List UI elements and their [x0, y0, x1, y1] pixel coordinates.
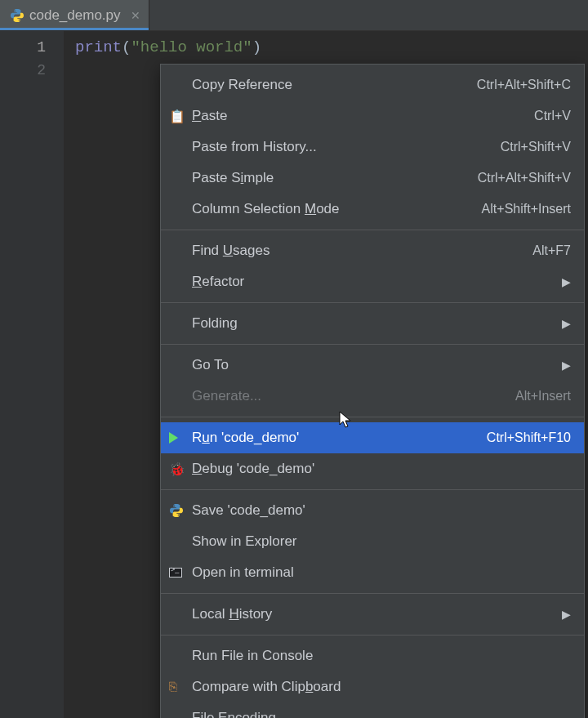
menu-save[interactable]: Save 'code_demo' [161, 495, 584, 526]
menu-label: Go To [192, 357, 562, 373]
menu-label: Paste [192, 108, 534, 124]
code-token-paren: ) [252, 38, 261, 56]
menu-label: Generate... [192, 388, 515, 404]
menu-compare-clipboard[interactable]: ⎘ Compare with Clipboard [161, 671, 584, 702]
menu-label: Local History [192, 606, 562, 622]
menu-column-selection[interactable]: Column Selection Mode Alt+Shift+Insert [161, 194, 584, 225]
code-token-string: "hello world" [131, 38, 252, 56]
menu-shortcut: Alt+F7 [532, 243, 571, 258]
menu-separator [161, 302, 584, 303]
menu-copy-reference[interactable]: Copy Reference Ctrl+Alt+Shift+C [161, 69, 584, 100]
menu-shortcut: Ctrl+Shift+V [501, 140, 571, 154]
active-tab-indicator [0, 28, 149, 30]
menu-separator [161, 344, 584, 345]
menu-label: Run File in Console [192, 648, 571, 664]
menu-shortcut: Alt+Shift+Insert [482, 202, 571, 216]
menu-open-terminal[interactable]: Open in terminal [161, 557, 584, 588]
menu-label: Run 'code_demo' [192, 430, 487, 446]
compare-icon: ⎘ [169, 680, 192, 694]
debug-icon: 🐞 [169, 462, 192, 477]
menu-label: Debug 'code_demo' [192, 461, 571, 477]
menu-debug[interactable]: 🐞 Debug 'code_demo' [161, 453, 584, 484]
menu-label: Refactor [192, 274, 562, 290]
menu-label: Save 'code_demo' [192, 502, 571, 519]
menu-go-to[interactable]: Go To ▶ [161, 350, 584, 381]
menu-label: Open in terminal [192, 564, 571, 581]
line-number: 1 [0, 36, 64, 59]
menu-paste[interactable]: 📋 Paste Ctrl+V [161, 100, 584, 132]
menu-separator [161, 417, 584, 417]
menu-label: File Encoding [192, 710, 571, 718]
run-icon [169, 432, 192, 444]
menu-label: Find Usages [192, 243, 532, 259]
submenu-arrow-icon: ▶ [562, 317, 571, 330]
paste-icon: 📋 [169, 109, 192, 124]
menu-label: Folding [192, 315, 562, 332]
menu-run[interactable]: Run 'code_demo' Ctrl+Shift+F10 [161, 422, 584, 453]
menu-refactor[interactable]: Refactor ▶ [161, 266, 584, 297]
menu-label: Copy Reference [192, 77, 477, 93]
terminal-icon [169, 568, 192, 578]
submenu-arrow-icon: ▶ [562, 275, 571, 288]
code-token-builtin: print [75, 38, 122, 56]
submenu-arrow-icon: ▶ [562, 359, 571, 372]
menu-file-encoding[interactable]: File Encoding [161, 702, 584, 718]
menu-run-file-console[interactable]: Run File in Console [161, 640, 584, 671]
menu-paste-simple[interactable]: Paste Simple Ctrl+Alt+Shift+V [161, 163, 584, 194]
menu-separator [161, 593, 584, 594]
close-icon[interactable]: ✕ [131, 9, 140, 22]
python-file-icon [10, 8, 24, 23]
menu-separator [161, 489, 584, 490]
menu-shortcut: Ctrl+Shift+F10 [487, 430, 571, 445]
menu-label: Compare with Clipboard [192, 679, 571, 695]
menu-paste-history[interactable]: Paste from History... Ctrl+Shift+V [161, 132, 584, 163]
line-number-gutter: 1 2 [0, 31, 64, 718]
menu-label: Paste Simple [192, 170, 478, 186]
menu-shortcut: Ctrl+Alt+Shift+C [477, 78, 571, 92]
menu-separator [161, 635, 584, 635]
menu-shortcut: Alt+Insert [515, 389, 571, 404]
menu-shortcut: Ctrl+Alt+Shift+V [478, 171, 571, 185]
editor-context-menu: Copy Reference Ctrl+Alt+Shift+C 📋 Paste … [160, 64, 585, 718]
editor-tab-label: code_demo.py [29, 7, 121, 24]
menu-generate: Generate... Alt+Insert [161, 381, 584, 412]
editor-tab-code-demo[interactable]: code_demo.py ✕ [0, 0, 149, 30]
line-number: 2 [0, 59, 64, 82]
menu-separator [161, 230, 584, 230]
menu-show-explorer[interactable]: Show in Explorer [161, 526, 584, 557]
menu-folding[interactable]: Folding ▶ [161, 308, 584, 339]
editor-tab-bar: code_demo.py ✕ [0, 0, 588, 31]
menu-label: Show in Explorer [192, 533, 571, 550]
menu-find-usages[interactable]: Find Usages Alt+F7 [161, 235, 584, 266]
submenu-arrow-icon: ▶ [562, 608, 571, 621]
menu-label: Paste from History... [192, 139, 501, 155]
menu-shortcut: Ctrl+V [534, 109, 571, 123]
menu-label: Column Selection Mode [192, 201, 482, 217]
python-file-icon [169, 503, 192, 518]
menu-local-history[interactable]: Local History ▶ [161, 599, 584, 630]
code-token-paren: ( [122, 38, 131, 56]
